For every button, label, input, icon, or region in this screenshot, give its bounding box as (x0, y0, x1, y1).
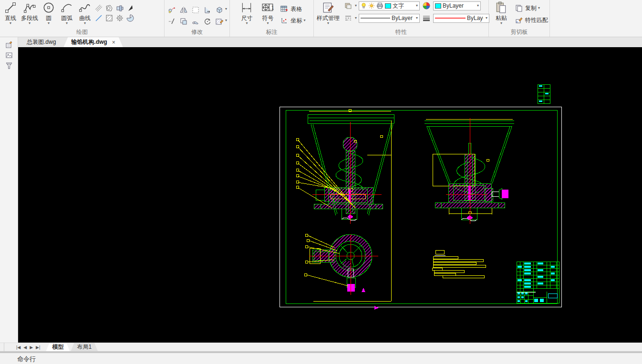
layout1-tab-label: 布局1 (77, 343, 92, 351)
polyline-button[interactable]: 多段线 ▾ (20, 0, 40, 25)
palette-image-icon[interactable] (4, 51, 14, 60)
svg-text:.1: .1 (270, 5, 274, 10)
coordinate-label: 坐标 (290, 17, 302, 25)
explode-icon[interactable] (215, 5, 224, 15)
panel-modify: ▾ ▾ 修改 (165, 0, 230, 37)
spline-icon (77, 0, 93, 15)
panel-clipboard: 粘贴 ▾ 复制 ▾ 特性匹配 剪切板 (489, 0, 550, 37)
stretch-icon[interactable] (191, 17, 200, 26)
paste-icon (494, 0, 509, 15)
circle-caret[interactable]: ▾ (48, 21, 50, 25)
doc-tab-feeder[interactable]: 输馅机构.dwg × (63, 37, 123, 47)
color-wheel-icon[interactable] (422, 1, 431, 10)
symbol-caret[interactable]: ▾ (267, 21, 269, 25)
polyline-caret[interactable]: ▾ (29, 21, 31, 25)
dimension-button[interactable]: 尺寸 ▾ (238, 0, 256, 25)
erase-icon[interactable] (167, 17, 176, 26)
panel-annotate: 尺寸 ▾ .1 符号 ▾ 表格 坐 (230, 0, 314, 37)
coordinate-caret[interactable]: ▾ (303, 19, 305, 22)
ucs-icon (362, 288, 379, 310)
line-button[interactable]: 直线 ▾ (1, 0, 20, 25)
match-properties-label: 特性匹配 (525, 16, 548, 24)
panel-annotate-title: 标注 (231, 29, 312, 37)
spline-button[interactable]: 曲线 ▾ (76, 0, 94, 25)
arc-icon (59, 0, 74, 15)
move-icon[interactable] (167, 5, 176, 15)
lineweight-combo-caret[interactable]: ▾ (486, 16, 487, 20)
layer-tool-icon[interactable] (343, 1, 353, 10)
lineweight-combo[interactable]: ByLayer ▾ (433, 14, 489, 23)
style-manager-caret[interactable]: ▾ (327, 21, 329, 25)
hatch-icon[interactable] (104, 13, 114, 23)
doc-tab-close-icon[interactable]: × (112, 39, 115, 46)
pick-arrow-icon[interactable] (125, 3, 135, 13)
linetype-tool-caret[interactable]: ▾ (355, 16, 357, 20)
arc-button[interactable]: 圆弧 ▾ (58, 0, 76, 25)
color-combo-caret[interactable]: ▾ (477, 4, 479, 8)
command-line-panel[interactable]: 命令行 (0, 351, 642, 364)
panel-modify-content: ▾ ▾ (166, 0, 228, 29)
line-caret[interactable]: ▾ (10, 21, 11, 25)
table-button[interactable]: 表格 (280, 4, 305, 14)
mirror-icon[interactable] (179, 5, 188, 15)
boss-icon[interactable] (115, 3, 124, 13)
paste-button[interactable]: 粘贴 ▾ (492, 0, 510, 25)
edit-hatch-icon[interactable] (215, 17, 224, 26)
dimension-caret[interactable]: ▾ (246, 21, 248, 25)
circle-icon (41, 0, 56, 15)
symbol-button[interactable]: .1 符号 ▾ (259, 0, 277, 25)
last-sheet-button[interactable]: ▶| (36, 345, 40, 350)
prev-sheet-button[interactable]: ◀ (23, 345, 27, 350)
spline-caret[interactable]: ▾ (84, 21, 86, 25)
layer-combo[interactable]: 文字 ▾ (359, 1, 420, 10)
layer-combo-caret[interactable]: ▾ (416, 4, 418, 8)
edit-hatch-caret[interactable]: ▾ (225, 19, 227, 22)
array-icon[interactable] (191, 5, 200, 15)
drawing-canvas[interactable]: .sg{stroke:var(--cad-green);fill:none;st… (18, 47, 642, 343)
doc-tab-assembly[interactable]: 总装图.dwg (19, 37, 63, 47)
coordinate-button[interactable]: 坐标 ▾ (280, 16, 305, 25)
construction-line-icon[interactable] (94, 13, 104, 23)
symbol-icon: .1 (260, 0, 275, 15)
circle-button[interactable]: 圆 ▾ (40, 0, 58, 25)
gear-icon[interactable] (115, 13, 124, 23)
document-tab-bar: 总装图.dwg 输馅机构.dwg × (0, 37, 642, 47)
layer-freeze-sun-icon (368, 2, 375, 10)
model-tab[interactable]: 模型 (46, 343, 70, 351)
linetype-tool-icon[interactable] (343, 13, 353, 23)
layer-tool-caret[interactable]: ▾ (355, 4, 357, 8)
palette-filter-icon[interactable] (4, 61, 14, 71)
first-sheet-button[interactable]: |◀ (16, 345, 21, 350)
polyline-label: 多段线 (21, 15, 38, 21)
lineweight-preview (435, 17, 466, 20)
paste-caret[interactable]: ▾ (500, 21, 502, 25)
copy-button[interactable]: 复制 ▾ (514, 3, 548, 13)
title-block (517, 262, 559, 303)
line-label: 直线 (5, 15, 16, 21)
array-caret[interactable]: ▾ (225, 7, 227, 11)
lineweight-tool-icon[interactable] (422, 13, 431, 23)
match-properties-icon (514, 15, 524, 25)
plan-view (304, 234, 378, 295)
layer-color-swatch (385, 3, 391, 9)
style-manager-button[interactable]: 样式管理 ▾ (315, 0, 341, 25)
match-properties-button[interactable]: 特性匹配 (514, 15, 548, 25)
color-combo[interactable]: ByLayer ▾ (433, 1, 481, 10)
layout1-tab[interactable]: 布局1 (71, 343, 98, 351)
palette-properties-icon[interactable] (4, 40, 14, 50)
arc-caret[interactable]: ▾ (66, 21, 68, 25)
pie-icon[interactable] (125, 13, 135, 23)
color-value: ByLayer (443, 2, 464, 9)
next-sheet-button[interactable]: ▶ (30, 345, 33, 350)
rotate-icon[interactable] (203, 17, 212, 26)
trim-icon[interactable] (203, 5, 212, 15)
paste-label: 粘贴 (496, 15, 507, 21)
copy-caret[interactable]: ▾ (538, 6, 540, 10)
region-icon[interactable] (104, 3, 114, 13)
panel-clipboard-title: 剪切板 (490, 29, 548, 37)
ribbon: 直线 ▾ 多段线 ▾ 圆 ▾ (0, 0, 642, 37)
multiline-icon[interactable] (94, 3, 104, 13)
linetype-combo-caret[interactable]: ▾ (416, 16, 418, 20)
linetype-combo[interactable]: ByLayer ▾ (359, 14, 420, 23)
offset-icon[interactable] (179, 17, 188, 26)
